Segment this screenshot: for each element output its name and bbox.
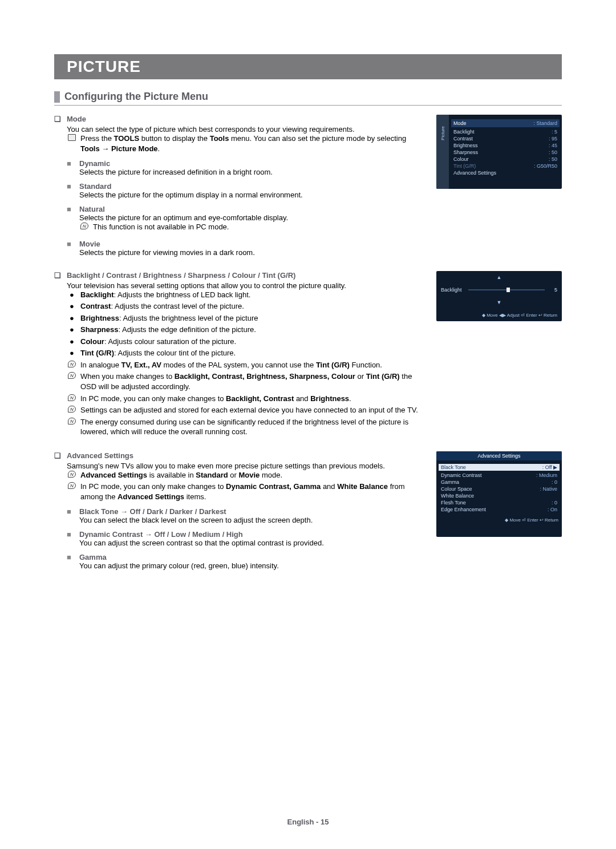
dynamic-heading: Dynamic [79, 159, 425, 168]
heading-accent [54, 91, 60, 103]
osd-backlight-slider: ▲ Backlight 5 ▼ ◆ Move ◀▶ Adjust ⏎ Enter… [436, 271, 562, 321]
mode-heading: Mode [67, 115, 425, 123]
adv-heading: Advanced Settings [67, 451, 425, 460]
blacktone-text: You can select the black level on the sc… [79, 516, 425, 524]
list-square-icon: ■ [67, 240, 79, 257]
dot-bullet-icon: ● [67, 348, 77, 358]
blacktone-heading: Black Tone → Off / Dark / Darker / Darke… [79, 507, 425, 516]
movie-heading: Movie [79, 240, 425, 248]
osd-sidebar-label: Picture [440, 126, 445, 140]
page-footer: English - 15 [0, 818, 616, 826]
square-bullet-icon: ❏ [54, 271, 67, 439]
note-icon: N [68, 394, 76, 401]
natural-text: Selects the picture for an optimum and e… [79, 213, 425, 222]
dot-bullet-icon: ● [67, 313, 77, 324]
note-icon: N [68, 406, 76, 413]
osd-advanced-settings: Advanced Settings Black Tone: Off ▶ Dyna… [436, 451, 562, 537]
note-icon: N [68, 471, 76, 478]
gamma-text: You can adjust the primary colour (red, … [79, 561, 425, 570]
list-square-icon: ■ [67, 530, 79, 547]
dot-bullet-icon: ● [67, 301, 77, 312]
list-square-icon: ■ [67, 205, 79, 234]
square-bullet-icon: ❏ [54, 451, 67, 572]
square-bullet-icon: ❏ [54, 115, 67, 258]
page-title-bar: PICTURE [54, 54, 562, 79]
slider-track [468, 289, 545, 290]
section-heading: Configuring the Picture Menu [64, 91, 208, 103]
dynamic-text: Selects the picture for increased defini… [79, 168, 425, 176]
note-icon: N [68, 361, 76, 367]
note-icon: N [68, 482, 76, 489]
list-square-icon: ■ [67, 507, 79, 524]
manual-page: PICTURE Configuring the Picture Menu ❏ M… [0, 0, 616, 849]
natural-note: This function is not available in PC mod… [93, 222, 229, 232]
natural-heading: Natural [79, 205, 425, 213]
note-icon: N [68, 372, 76, 379]
params-heading: Backlight / Contrast / Brightness / Shar… [67, 271, 425, 280]
dot-bullet-icon: ● [67, 290, 77, 300]
params-note4: Settings can be adjusted and stored for … [80, 405, 418, 415]
standard-text: Selects the picture for the optimum disp… [79, 191, 425, 199]
params-intro: Your television has several setting opti… [67, 281, 425, 290]
dot-bullet-icon: ● [67, 325, 77, 335]
note-icon: N [80, 223, 88, 229]
note-icon: N [68, 418, 76, 424]
list-square-icon: ■ [67, 182, 79, 199]
standard-heading: Standard [79, 182, 425, 191]
tools-icon [68, 134, 76, 141]
section-heading-row: Configuring the Picture Menu [54, 91, 562, 106]
dyncontrast-heading: Dynamic Contrast → Off / Low / Medium / … [79, 530, 425, 539]
params-note5: The energy consumed during use can be si… [80, 417, 425, 437]
mode-tools-note: Press the TOOLS button to display the To… [80, 134, 425, 153]
mode-intro: You can select the type of picture which… [67, 125, 425, 134]
list-square-icon: ■ [67, 553, 79, 570]
gamma-heading: Gamma [79, 553, 425, 561]
dyncontrast-text: You can adjust the screen contrast so th… [79, 539, 425, 547]
page-title: PICTURE [67, 58, 141, 75]
osd-picture-menu: Picture Mode: Standard Backlight: 5 Cont… [436, 115, 562, 189]
adv-intro: Samsung's new TVs allow you to make even… [67, 462, 425, 470]
list-square-icon: ■ [67, 159, 79, 176]
movie-text: Selects the picture for viewing movies i… [79, 248, 425, 257]
dot-bullet-icon: ● [67, 337, 77, 347]
